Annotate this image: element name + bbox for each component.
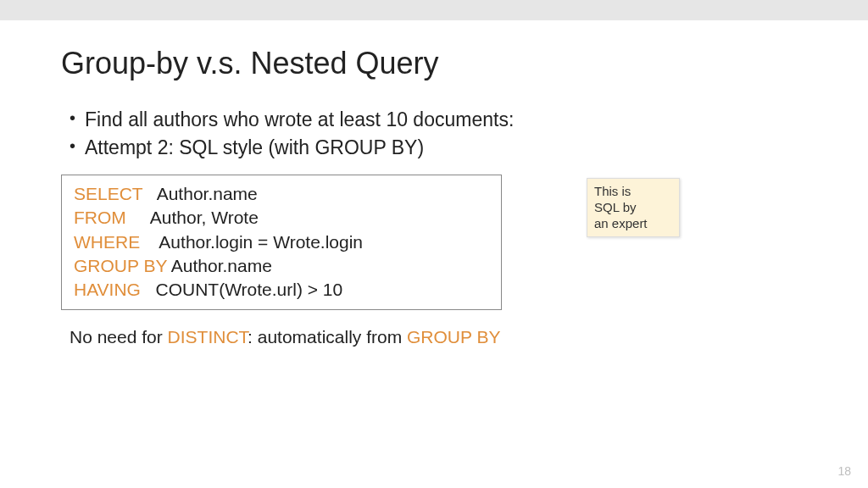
footer-prefix: No need for — [70, 327, 168, 347]
sql-keyword: FROM — [74, 208, 126, 227]
code-line: GROUP BY Author.name — [74, 254, 489, 278]
sql-keyword: DISTINCT — [168, 327, 248, 347]
code-pad — [126, 208, 150, 227]
code-text: Author.name — [157, 184, 258, 203]
slide-title: Group-by v.s. Nested Query — [61, 46, 807, 81]
sql-keyword: GROUP BY — [407, 327, 500, 347]
slide-content: Group-by v.s. Nested Query Find all auth… — [0, 20, 868, 347]
code-pad — [140, 232, 159, 252]
sticky-note: This is SQL by an expert — [587, 178, 680, 237]
code-text: COUNT(Wrote.url) > 10 — [155, 280, 342, 299]
code-line: FROM Author, Wrote — [74, 206, 489, 230]
note-line: an expert — [594, 216, 669, 232]
code-line: WHERE Author.login = Wrote.login — [74, 230, 489, 254]
code-line: SELECT Author.name — [74, 182, 489, 206]
code-text: Author.login = Wrote.login — [159, 232, 363, 252]
sql-keyword: SELECT — [74, 184, 142, 203]
page-number: 18 — [837, 464, 851, 478]
footer-text: No need for DISTINCT: automatically from… — [70, 327, 807, 347]
top-bar — [0, 0, 868, 20]
code-pad — [141, 280, 156, 299]
sql-code-box: SELECT Author.name FROM Author, Wrote WH… — [61, 175, 502, 310]
main-row: SELECT Author.name FROM Author, Wrote WH… — [61, 175, 807, 310]
note-line: This is — [594, 184, 669, 200]
sql-keyword: HAVING — [74, 280, 141, 299]
code-text: Author.name — [171, 256, 272, 275]
code-line: HAVING COUNT(Wrote.url) > 10 — [74, 278, 489, 302]
bullet-item: Attempt 2: SQL style (with GROUP BY) — [70, 136, 807, 159]
bullet-list: Find all authors who wrote at least 10 d… — [70, 108, 807, 159]
bullet-item: Find all authors who wrote at least 10 d… — [70, 108, 807, 131]
sql-keyword: GROUP BY — [74, 256, 167, 275]
code-pad — [142, 184, 156, 203]
footer-middle: : automatically from — [248, 327, 407, 347]
note-line: SQL by — [594, 200, 669, 216]
sql-keyword: WHERE — [74, 232, 140, 252]
code-text: Author, Wrote — [150, 208, 259, 227]
